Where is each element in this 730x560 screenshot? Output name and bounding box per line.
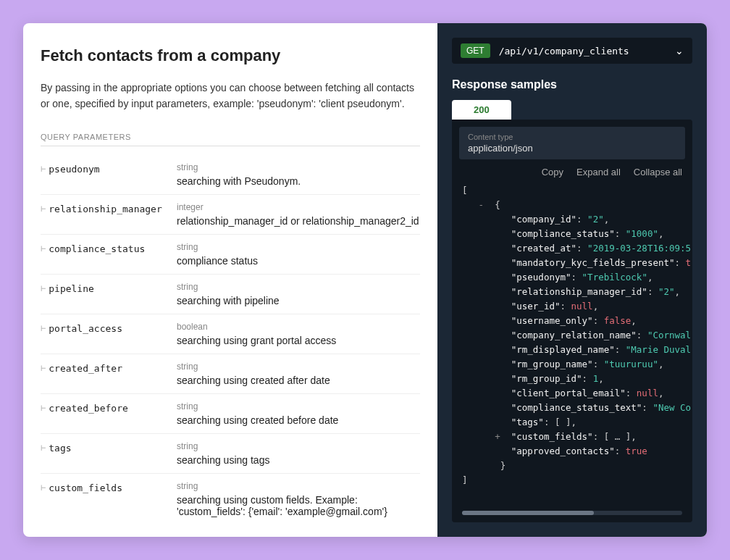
- page-title: Fetch contacts from a company: [41, 46, 420, 65]
- param-type: string: [177, 282, 420, 292]
- param-row: ⊢pipelinestringsearching with pipeline: [41, 275, 420, 314]
- param-type: boolean: [177, 322, 420, 332]
- tree-marker-icon: ⊢: [41, 204, 44, 214]
- param-desc: compliance status: [177, 255, 420, 267]
- param-name: compliance_status: [49, 243, 145, 254]
- param-type: string: [177, 362, 420, 372]
- endpoint-path: /api/v1/company_clients: [499, 46, 675, 57]
- param-row: ⊢custom_fieldsstringsearching using cust…: [41, 474, 420, 525]
- method-badge: GET: [461, 43, 490, 58]
- query-params-label: QUERY PARAMETERS: [41, 133, 420, 146]
- param-desc: relationship_manager_id or relationship_…: [177, 215, 420, 227]
- param-desc: searching using created after date: [177, 375, 420, 386]
- param-desc: searching using created before date: [177, 414, 420, 426]
- param-row: ⊢tagsstringsearching using tags: [41, 434, 420, 474]
- tree-marker-icon: ⊢: [41, 443, 44, 453]
- content-type-box: Content type application/json: [459, 127, 685, 159]
- description: By passing in the appropriate options yo…: [41, 80, 420, 112]
- param-name: pseudonym: [49, 164, 99, 175]
- param-desc: searching using custom fields. Example: …: [177, 494, 420, 517]
- tree-marker-icon: ⊢: [41, 482, 44, 493]
- doc-content: Fetch contacts from a company By passing…: [23, 23, 437, 537]
- chevron-down-icon: ⌄: [675, 45, 684, 57]
- param-type: string: [177, 242, 420, 252]
- samples-panel: GET /api/v1/company_clients ⌄ Response s…: [437, 23, 707, 537]
- param-name: created_before: [49, 403, 128, 414]
- param-desc: searching with Pseudonym.: [177, 175, 420, 187]
- content-type-label: Content type: [468, 133, 676, 141]
- param-name: pipeline: [49, 283, 94, 294]
- tree-marker-icon: ⊢: [41, 283, 44, 293]
- horizontal-scrollbar[interactable]: [462, 511, 682, 515]
- endpoint-selector[interactable]: GET /api/v1/company_clients ⌄: [452, 38, 692, 64]
- param-type: string: [177, 162, 420, 172]
- param-type: string: [177, 481, 420, 491]
- param-desc: searching with pipeline: [177, 295, 420, 306]
- param-type: string: [177, 441, 420, 451]
- param-type: string: [177, 401, 420, 411]
- response-body: Content type application/json Copy Expan…: [452, 120, 692, 522]
- response-samples-title: Response samples: [452, 78, 692, 91]
- tree-marker-icon: ⊢: [41, 243, 44, 254]
- status-tab-200[interactable]: 200: [452, 100, 511, 120]
- param-type: integer: [177, 202, 420, 212]
- param-name: tags: [49, 443, 71, 454]
- param-name: portal_access: [49, 323, 122, 334]
- api-doc-panel: Fetch contacts from a company By passing…: [23, 23, 707, 537]
- json-actions: Copy Expand all Collapse all: [452, 167, 692, 183]
- param-row: ⊢compliance_statusstringcompliance statu…: [41, 235, 420, 275]
- param-name: created_after: [49, 363, 122, 374]
- param-row: ⊢relationship_managerintegerrelationship…: [41, 195, 420, 235]
- expand-all-button[interactable]: Expand all: [576, 167, 621, 177]
- json-snippet: [ - { "company_id": "2", "compliance_sta…: [452, 183, 692, 511]
- collapse-all-button[interactable]: Collapse all: [634, 167, 682, 177]
- scrollbar-thumb[interactable]: [462, 511, 594, 515]
- content-type-value: application/json: [468, 143, 676, 154]
- param-row: ⊢portal_accessbooleansearching using gra…: [41, 314, 420, 354]
- param-row: ⊢created_afterstring searching using cre…: [41, 354, 420, 394]
- param-row: ⊢created_beforestring searching using cr…: [41, 394, 420, 434]
- param-desc: searching using tags: [177, 454, 420, 466]
- tree-marker-icon: ⊢: [41, 403, 44, 413]
- params-table: ⊢pseudonymstringsearching with Pseudonym…: [41, 155, 420, 525]
- param-name: relationship_manager: [49, 204, 162, 214]
- tree-marker-icon: ⊢: [41, 323, 44, 333]
- tree-marker-icon: ⊢: [41, 164, 44, 174]
- param-name: custom_fields: [49, 482, 122, 493]
- tree-marker-icon: ⊢: [41, 363, 44, 373]
- param-row: ⊢pseudonymstringsearching with Pseudonym…: [41, 155, 420, 195]
- param-desc: searching using grant portal access: [177, 335, 420, 346]
- copy-button[interactable]: Copy: [542, 167, 563, 177]
